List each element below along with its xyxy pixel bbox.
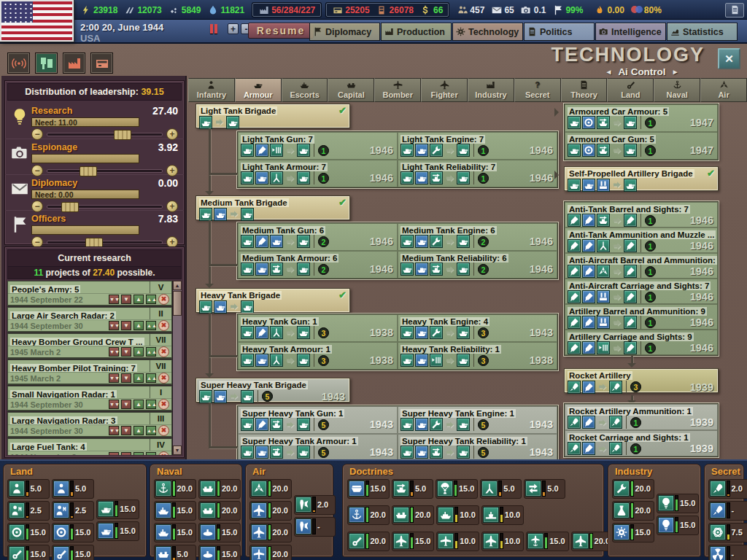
jet-tech-summary[interactable]: 10.0 [481,532,524,551]
slider-handle[interactable] [80,166,97,176]
rocket-tech-summary[interactable]: - [708,501,747,521]
priority-lowest-button[interactable]: ▼▼ [109,400,119,409]
priority-down-button[interactable]: ▼ [121,295,131,304]
tech-item[interactable]: Artillery Barrel and Ammunition: 911946 [565,304,718,330]
personm-tech-summary[interactable]: 2.5 [7,501,50,521]
bomber-tech-summary[interactable]: 20.0 [249,545,292,560]
slider-track[interactable] [47,241,163,244]
tech-tab-land[interactable]: Land [607,78,654,102]
anchor-tech-summary[interactable]: 20.0 [347,505,390,525]
priority-highest-button[interactable]: ▲▲ [146,347,156,357]
slider-plus-button[interactable]: + [166,128,178,140]
priority-highest-button[interactable]: ▲▲ [146,426,156,435]
tech-tab-theory[interactable]: Theory [561,78,608,102]
person-tech-summary[interactable]: 5.0 [7,479,50,499]
scrollbar-thumb[interactable] [173,291,182,316]
bulb-tech-summary[interactable]: 15.0 [657,516,699,535]
resume-button[interactable]: Resume [248,23,314,39]
tech-item[interactable]: Anti-Tank Barrel and Sights: 711946 [565,202,718,228]
tech-item[interactable]: Rocket Artillery Ammunition: 111939 [565,404,718,430]
ship-tech-summary[interactable]: 15.0 [154,523,196,542]
slider-track[interactable] [47,169,163,173]
tankarrow-tech-summary[interactable]: 5.0 [392,479,433,499]
priority-up-button[interactable]: ▲ [133,347,144,357]
priority-highest-button[interactable]: ▲▲ [146,373,156,383]
priority-up-button[interactable]: ▲ [133,295,144,304]
tech-item[interactable]: Super Heavy Tank Reliability: 151943 [398,434,557,462]
brigade-box[interactable]: Self-Propelled Artillery Brigade✔ [564,166,719,191]
brigade-box[interactable]: Rocket Artillery31939 [564,368,719,393]
tank-tech-summary[interactable]: 15.0 [96,521,139,541]
rocket-tech-summary[interactable]: 2.0 [708,479,747,499]
cancel-research-button[interactable]: ✖ [158,294,169,305]
priority-up-button[interactable]: ▲ [133,373,144,383]
supplies-button[interactable] [90,52,113,74]
tech-tab-naval[interactable]: Naval [654,78,700,102]
tech-item[interactable]: Light Tank Reliability: 711946 [398,160,557,187]
menu-tab-diplomacy[interactable]: Diplomacy [309,23,380,41]
coast-tech-summary[interactable]: 10.0 [481,505,524,525]
ship-tech-summary[interactable]: 10.0 [436,505,479,525]
speed-up-button[interactable]: + [228,23,239,34]
jet-tech-summary[interactable]: 20.0 [249,523,292,542]
landing-tech-summary[interactable]: 15.0 [347,479,390,499]
jet-tech-summary[interactable]: 20.0 [249,501,292,521]
tech-tab-capital[interactable]: Capital [328,78,374,102]
atom-tech-summary[interactable]: 7.5 [708,523,747,542]
scrollbar-track[interactable] [173,290,182,446]
priority-lowest-button[interactable]: ▼▼ [109,347,119,357]
tech-item[interactable]: Light Tank Gun: 711946 [238,132,398,160]
slider-track[interactable] [47,205,163,209]
rocketjet-tech-summary[interactable]: - [294,517,336,537]
messages-icon[interactable] [725,3,744,18]
tech-item[interactable]: Super Heavy Tank Engine: 151943 [398,406,557,434]
menu-tab-statistics[interactable]: Statistics [667,23,738,41]
wrench-tech-summary[interactable]: 20.0 [612,479,654,499]
flask-tech-summary[interactable]: 20.0 [612,501,654,521]
close-button[interactable]: ✕ [718,48,740,69]
priority-up-button[interactable]: ▲ [133,452,144,455]
research-scrollbar[interactable]: ▲ ▼ [172,281,182,455]
cancel-research-button[interactable]: ✖ [158,451,169,455]
tech-tab-escorts[interactable]: Escorts [282,78,328,102]
priority-lowest-button[interactable]: ▼▼ [109,452,119,455]
tech-item[interactable]: Heavy Tank Reliability: 131938 [398,342,557,370]
tech-item[interactable]: Medium Tank Reliability: 621946 [398,251,557,279]
ship-tech-summary[interactable]: 15.0 [154,501,196,521]
pause-button[interactable] [210,24,222,34]
priority-down-button[interactable]: ▼ [121,321,131,330]
ai-control-next-icon[interactable]: ► [672,68,679,76]
scroll-up-icon[interactable]: ▲ [173,281,182,290]
fieldgun-tech-summary[interactable]: 20.0 [347,532,390,551]
sub-tech-summary[interactable]: 15.0 [198,523,241,542]
prop-tech-summary[interactable]: 20.0 [249,479,292,499]
priority-down-button[interactable]: ▼ [121,426,131,435]
slider-handle[interactable] [114,130,131,140]
cancel-research-button[interactable]: ✖ [158,425,169,436]
priority-highest-button[interactable]: ▲▲ [146,295,156,304]
tech-tab-bomber[interactable]: Bomber [374,78,421,102]
tech-item[interactable]: Armoured Car Armour: 511947 [565,104,718,132]
tech-tab-secret[interactable]: ?Secret [514,78,561,102]
tech-item[interactable]: Light Tank Engine: 711946 [398,132,557,160]
swap-tech-summary[interactable]: 5.0 [524,479,565,499]
cancel-research-button[interactable]: ✖ [158,373,169,384]
priority-highest-button[interactable]: ▲▲ [146,452,156,455]
menu-tab-intelligence[interactable]: Intelligence [595,23,666,41]
carrier-tech-summary[interactable]: 20.0 [198,479,241,499]
priority-lowest-button[interactable]: ▼▼ [109,321,119,330]
tech-tab-armour[interactable]: Armour [235,78,282,102]
tech-item[interactable]: Heavy Tank Armour: 131938 [238,342,398,370]
brigade-box[interactable]: Light Tank Brigade✔ [196,104,350,128]
tech-item[interactable]: Anti-Aircraft Barrel and Ammunition: 711… [565,253,718,279]
carrier-tech-summary[interactable]: 20.0 [392,505,434,525]
priority-up-button[interactable]: ▲ [133,321,144,330]
brigade-box[interactable]: Super Heavy Tank Brigade51943 [196,378,350,402]
slider-minus-button[interactable]: − [31,201,43,212]
menu-tab-politics[interactable]: Politics [524,23,595,41]
tech-item[interactable]: Artillery Carriage and Sights: 911946 [565,330,718,355]
person-tech-summary[interactable]: 5.0 [52,479,94,499]
para-tech-summary[interactable]: 15.0 [436,479,478,499]
menu-tab-production[interactable]: Production [381,23,452,41]
tech-tab-industry[interactable]: Industry [468,78,514,102]
